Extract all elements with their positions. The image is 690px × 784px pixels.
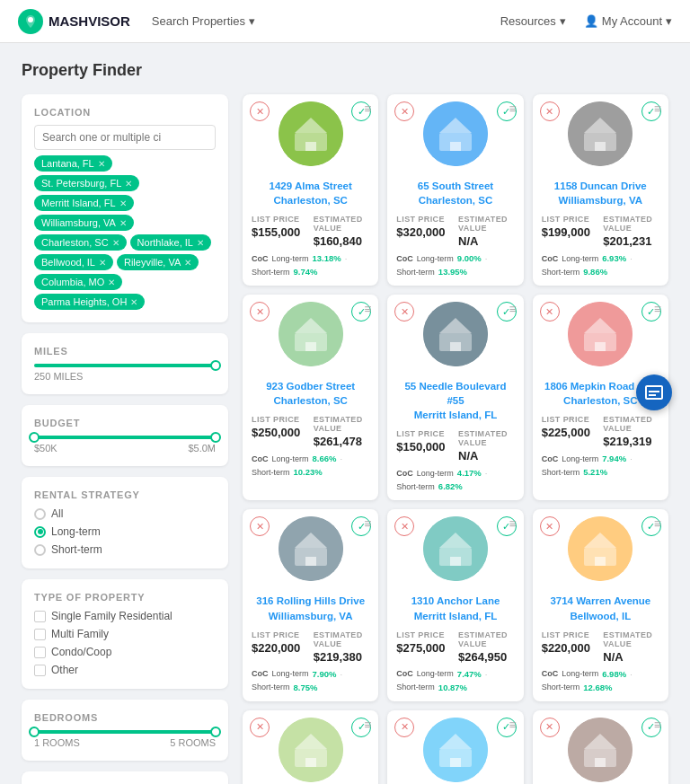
rental-all-option[interactable]: All [34,507,216,520]
resources-link[interactable]: Resources ▾ [500,14,566,28]
radio-circle-all [34,508,46,520]
location-tag[interactable]: Williamsburg, VA✕ [34,215,134,231]
card-dismiss-button[interactable]: ✕ [394,101,414,121]
tag-label: Bellwood, IL [41,257,95,268]
card-menu-icon[interactable]: ≡ [654,302,661,316]
tag-label: St. Petersburg, FL [41,178,121,189]
budget-slider-thumb-right[interactable] [210,432,221,443]
tag-remove-icon[interactable]: ✕ [119,218,127,228]
location-tag[interactable]: St. Petersburg, FL✕ [34,175,139,191]
card-dismiss-button[interactable]: ✕ [250,718,270,737]
checkbox-sfr[interactable] [34,611,46,622]
checkbox-other[interactable] [34,665,46,676]
radio-label-all: All [51,507,63,520]
card-menu-icon[interactable]: ≡ [509,302,516,316]
budget-slider-thumb-left[interactable] [29,432,40,443]
card-menu-icon[interactable]: ≡ [509,718,516,732]
card-menu-icon[interactable]: ≡ [364,516,371,531]
location-tag[interactable]: Rileyville, VA✕ [117,254,199,270]
card-address[interactable]: 65 South StreetCharleston, SC [396,179,514,207]
card-dismiss-button[interactable]: ✕ [394,718,414,737]
rental-shortterm-option[interactable]: Short-term [34,543,216,556]
property-mf-option[interactable]: Multi Family [34,628,216,640]
card-menu-icon[interactable]: ≡ [509,516,516,531]
tag-remove-icon[interactable]: ✕ [130,297,137,307]
card-menu-icon[interactable]: ≡ [364,101,371,116]
tag-remove-icon[interactable]: ✕ [98,159,105,169]
property-sfr-option[interactable]: Single Family Residential [34,610,216,622]
bedrooms-slider-track[interactable] [34,730,216,734]
property-other-option[interactable]: Other [34,664,216,676]
tag-remove-icon[interactable]: ✕ [119,198,127,208]
tag-remove-icon[interactable]: ✕ [112,238,119,248]
card-dismiss-button[interactable]: ✕ [250,516,270,536]
location-tag[interactable]: Lantana, FL✕ [34,155,112,172]
card-dismiss-button[interactable]: ✕ [394,516,414,536]
bedrooms-slider-thumb-right[interactable] [210,727,221,737]
checkbox-condo[interactable] [34,647,46,658]
svg-rect-28 [305,557,316,566]
checkbox-mf[interactable] [34,629,46,640]
coc-label: CoC [252,254,269,263]
location-tag[interactable]: Northlake, IL✕ [130,234,211,251]
card-dismiss-button[interactable]: ✕ [250,302,270,322]
card-dismiss-button[interactable]: ✕ [540,718,560,737]
card-address[interactable]: 3714 Warren AvenueBellwood, IL [542,594,659,622]
coc-long-value: 13.18% [313,253,341,263]
card-prices: LIST PRICE $250,000 ESTIMATED VALUE $261… [252,415,369,448]
card-address[interactable]: 923 Godber StreetCharleston, SC [252,379,369,408]
checkbox-label-condo: Condo/Coop [51,646,111,658]
tag-remove-icon[interactable]: ✕ [197,238,204,248]
card-dismiss-button[interactable]: ✕ [540,516,560,536]
location-tag[interactable]: Bellwood, IL✕ [34,254,113,270]
chevron-down-icon: ▾ [666,14,672,28]
miles-slider-track[interactable] [34,364,216,367]
tag-remove-icon[interactable]: ✕ [184,258,191,268]
property-type-options: Single Family Residential Multi Family C… [34,610,216,676]
svg-rect-8 [450,142,461,151]
page: Property Finder LOCATION Lantana, FL✕St.… [0,43,690,784]
card-menu-icon[interactable]: ≡ [364,718,371,732]
location-tag[interactable]: Parma Heights, OH✕ [34,294,145,310]
property-condo-option[interactable]: Condo/Coop [34,646,216,658]
card-address[interactable]: 55 Needle Boulevard #55Merritt Island, F… [396,379,514,422]
est-value-col: ESTIMATED VALUE N/A [458,215,515,248]
search-properties-nav[interactable]: Search Properties ▾ [152,14,255,28]
location-search-input[interactable] [34,125,216,150]
card-menu-icon[interactable]: ≡ [509,101,516,116]
card-dismiss-button[interactable]: ✕ [394,302,414,322]
location-tag[interactable]: Columbia, MO✕ [34,274,122,290]
bedrooms-slider-row: 1 ROOMS 5 ROOMS [34,737,216,748]
card-menu-icon[interactable]: ≡ [654,101,661,116]
budget-slider-track[interactable] [34,436,216,439]
card-dismiss-button[interactable]: ✕ [250,101,270,121]
logo[interactable]: MASHVISOR [18,9,130,34]
card-address[interactable]: 1310 Anchor LaneMerritt Island, FL [396,594,514,622]
chat-fab[interactable] [636,374,672,410]
bedrooms-slider-fill [34,730,216,734]
card-menu-icon[interactable]: ≡ [364,302,371,316]
coc-label: CoC [252,454,269,463]
card-dismiss-button[interactable]: ✕ [540,302,560,322]
tag-remove-icon[interactable]: ✕ [99,258,106,268]
budget-slider-row: $50K $5.0M [34,443,216,454]
chevron-down-icon: ▾ [560,14,566,28]
card-address[interactable]: 316 Rolling Hills DriveWilliamsburg, VA [252,594,369,622]
tag-remove-icon[interactable]: ✕ [108,277,115,287]
card-dismiss-button[interactable]: ✕ [540,101,560,121]
rental-longterm-option[interactable]: Long-term [34,525,216,538]
account-link[interactable]: 👤 My Account ▾ [584,14,672,28]
bedrooms-slider-thumb-left[interactable] [29,727,40,737]
card-address[interactable]: 1429 Alma StreetCharleston, SC [252,179,369,207]
card-menu-icon[interactable]: ≡ [654,718,661,732]
miles-slider-thumb[interactable] [210,360,221,371]
card-header: ✕ ✓ ≡ [243,94,378,166]
card-address[interactable]: 1158 Duncan DriveWilliamsburg, VA [542,179,659,207]
property-card: ✕ ✓ ≡ 1310 Anchor LaneMerritt Island, FL… [387,509,523,700]
card-menu-icon[interactable]: ≡ [654,516,661,531]
tag-remove-icon[interactable]: ✕ [125,179,132,189]
location-tag[interactable]: Charleston, SC✕ [34,234,127,251]
coc-label: CoC [396,254,413,263]
location-tag[interactable]: Merritt Island, FL✕ [34,195,134,211]
coc-label: CoC [396,669,413,678]
